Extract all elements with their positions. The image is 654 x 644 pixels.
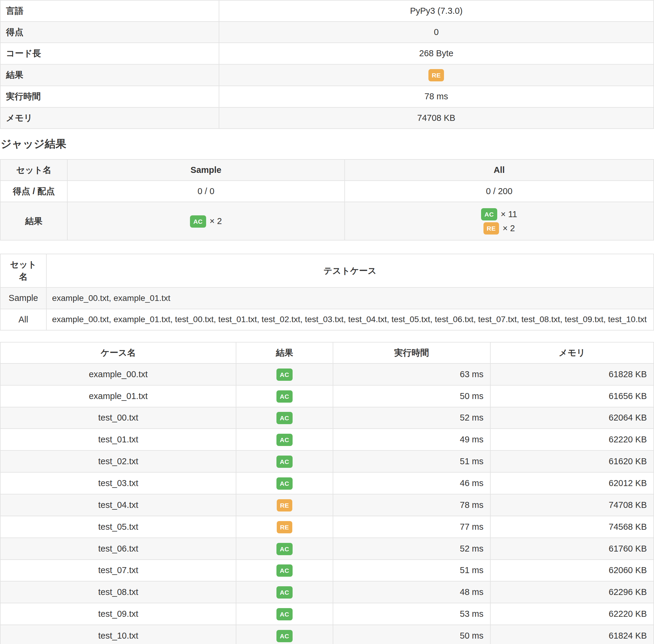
case-time-cell: 77 ms [333,516,490,538]
info-label: 得点 [0,22,219,43]
judge-results-table: セット名 Sample All 得点 / 配点 0 / 0 0 / 200 結果… [0,159,654,240]
submission-info-row: 得点0 [0,22,654,43]
case-memory-cell: 61760 KB [490,538,654,560]
case-result-row: example_00.txtAC63 ms61828 KB [0,363,654,385]
test-sets-header-row: セット名 テストケース [0,254,654,288]
all-result: AC× 11RE× 2 [345,202,654,240]
status-badge-ac: AC [276,630,292,642]
info-label: メモリ [0,107,219,129]
case-time-cell: 46 ms [333,472,490,494]
result-badge-line: AC× 11 [350,208,648,221]
set-name-cell: All [0,309,46,330]
case-status-cell: AC [236,451,333,472]
submission-info-row: 結果RE [0,64,654,86]
info-label: 言語 [0,0,219,22]
case-result-row: test_06.txtAC52 ms61760 KB [0,538,654,560]
case-time-cell: 50 ms [333,625,490,644]
case-name-cell: test_04.txt [0,494,236,516]
case-time-cell: 49 ms [333,429,490,451]
case-memory-cell: 61828 KB [490,363,654,385]
submission-info-row: メモリ74708 KB [0,107,654,129]
sample-score: 0 / 0 [67,181,345,202]
case-memory-cell: 61824 KB [490,625,654,644]
status-badge-ac: AC [276,543,292,555]
badge-count: × 2 [503,224,515,233]
testcase-header: テストケース [46,254,654,288]
case-result-row: test_01.txtAC49 ms62220 KB [0,429,654,451]
case-status-cell: AC [236,407,333,429]
case-result-row: test_04.txtRE78 ms74708 KB [0,494,654,516]
info-label: 実行時間 [0,86,219,107]
case-memory-cell: 62220 KB [490,603,654,625]
case-name-header: ケース名 [0,342,236,363]
case-time-cell: 53 ms [333,603,490,625]
info-value: 74708 KB [219,107,654,129]
info-value: 0 [219,22,654,43]
case-status-cell: RE [236,494,333,516]
set-name-header: セット名 [0,159,67,181]
info-label: 結果 [0,64,219,86]
set-column-all: All [345,159,654,181]
status-badge-re: RE [277,499,292,511]
test-sets-table: セット名 テストケース Sampleexample_00.txt, exampl… [0,254,654,330]
case-name-cell: test_01.txt [0,429,236,451]
result-row: 結果 AC× 2 AC× 11RE× 2 [0,202,654,240]
sample-result: AC× 2 [67,202,345,240]
score-row-label: 得点 / 配点 [0,181,67,202]
case-status-cell: AC [236,625,333,644]
case-time-cell: 52 ms [333,538,490,560]
case-memory-cell: 62012 KB [490,472,654,494]
case-status-cell: AC [236,429,333,451]
case-time-cell: 51 ms [333,451,490,472]
case-status-cell: AC [236,581,333,603]
case-result-row: test_00.txtAC52 ms62064 KB [0,407,654,429]
badge-count: × 2 [210,216,222,226]
set-name-cell: Sample [0,288,46,309]
case-time-cell: 52 ms [333,407,490,429]
case-results-table: ケース名 結果 実行時間 メモリ example_00.txtAC63 ms61… [0,342,654,644]
status-badge-ac: AC [276,477,292,490]
case-status-cell: AC [236,603,333,625]
case-memory-cell: 62064 KB [490,407,654,429]
info-value: PyPy3 (7.3.0) [219,0,654,22]
case-time-cell: 50 ms [333,385,490,407]
case-status-cell: AC [236,472,333,494]
case-time-cell: 63 ms [333,363,490,385]
case-memory-cell: 74568 KB [490,516,654,538]
case-memory-cell: 61656 KB [490,385,654,407]
case-status-cell: AC [236,363,333,385]
case-status-cell: RE [236,516,333,538]
judge-results-heading: ジャッジ結果 [1,137,654,150]
set-cases-cell: example_00.txt, example_01.txt, test_00.… [46,309,654,330]
info-label: コード長 [0,43,219,64]
status-badge-ac: AC [276,608,292,620]
result-badge-line: RE× 2 [350,222,648,234]
status-badge-ac: AC [276,412,292,424]
case-status-header: 結果 [236,342,333,363]
set-name-header: セット名 [0,254,46,288]
test-set-row: Sampleexample_00.txt, example_01.txt [0,288,654,309]
case-name-cell: test_10.txt [0,625,236,644]
set-cases-cell: example_00.txt, example_01.txt [46,288,654,309]
info-value: RE [219,64,654,86]
case-time-cell: 48 ms [333,581,490,603]
case-memory-cell: 62220 KB [490,429,654,451]
case-result-row: example_01.txtAC50 ms61656 KB [0,385,654,407]
case-name-cell: test_02.txt [0,451,236,472]
case-time-header: 実行時間 [333,342,490,363]
case-memory-header: メモリ [490,342,654,363]
case-results-header-row: ケース名 結果 実行時間 メモリ [0,342,654,363]
case-status-cell: AC [236,560,333,581]
case-status-cell: AC [236,538,333,560]
submission-info-table: 言語PyPy3 (7.3.0)得点0コード長268 Byte結果RE実行時間78… [0,0,654,129]
status-badge-re: RE [277,521,292,533]
case-name-cell: test_09.txt [0,603,236,625]
result-badge-line: AC× 2 [73,215,339,228]
case-result-row: test_08.txtAC48 ms62296 KB [0,581,654,603]
submission-info-row: コード長268 Byte [0,43,654,64]
case-memory-cell: 62296 KB [490,581,654,603]
status-badge-ac: AC [276,565,292,577]
status-badge-ac: AC [276,369,292,381]
info-value: 268 Byte [219,43,654,64]
badge-count: × 11 [501,209,517,219]
